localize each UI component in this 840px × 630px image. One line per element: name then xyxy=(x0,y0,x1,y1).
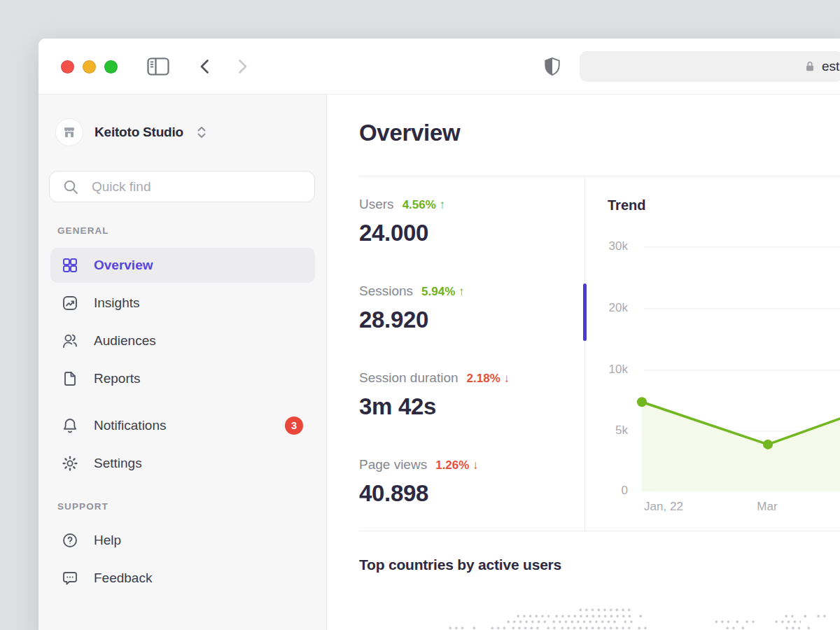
world-dot-map xyxy=(420,605,840,630)
search-input[interactable] xyxy=(92,172,307,202)
sidebar-item-notifications[interactable]: Notifications 3 xyxy=(50,408,315,443)
stat-page-views: Page views 1.26% ↓ 40.898 xyxy=(359,457,479,507)
workspace-name: Keitoto Studio xyxy=(94,125,183,140)
quick-find-search xyxy=(49,171,315,202)
arrow-down-icon: ↓ xyxy=(472,458,479,472)
section-label-support: SUPPORT xyxy=(57,501,108,512)
section-label-general: GENERAL xyxy=(57,225,109,236)
gear-icon xyxy=(62,455,78,472)
countries-section-title: Top countries by active users xyxy=(359,556,561,573)
page-title: Overview xyxy=(359,120,460,146)
help-circle-icon xyxy=(62,532,78,549)
stat-label: Sessions xyxy=(359,284,413,299)
sidebar-item-label: Notifications xyxy=(94,418,167,433)
stat-delta: 5.94% xyxy=(421,285,455,298)
browser-window: est Keitoto Studio xyxy=(38,38,840,630)
sidebar: Keitoto Studio GENERAL xyxy=(38,94,327,630)
stat-label: Session duration xyxy=(359,370,458,386)
arrow-up-icon: ↑ xyxy=(458,285,465,298)
address-bar[interactable]: est xyxy=(580,51,840,82)
insights-chart-icon xyxy=(62,295,78,312)
stat-label: Page views xyxy=(359,457,427,472)
x-axis-tick: Mar xyxy=(736,500,799,514)
sidebar-item-label: Help xyxy=(94,533,121,548)
stat-value: 40.898 xyxy=(359,480,479,507)
close-window-button[interactable] xyxy=(61,60,74,74)
zoom-window-button[interactable] xyxy=(104,60,118,74)
sidebar-item-audiences[interactable]: Audiences xyxy=(50,323,315,358)
sidebar-item-settings[interactable]: Settings xyxy=(50,446,315,481)
sidebar-item-help[interactable]: Help xyxy=(50,523,315,558)
stat-sessions: Sessions 5.94% ↑ 28.920 xyxy=(359,284,465,333)
sidebar-item-label: Settings xyxy=(94,456,142,471)
arrow-up-icon: ↑ xyxy=(440,198,446,211)
stat-delta: 1.26% xyxy=(435,458,469,472)
stat-delta: 4.56% xyxy=(402,198,436,211)
address-bar-content: est xyxy=(804,51,839,82)
search-icon xyxy=(62,178,79,195)
scrollbar-thumb[interactable] xyxy=(583,284,587,341)
stat-value: 28.920 xyxy=(359,307,465,333)
workspace-avatar xyxy=(55,118,83,146)
minimize-window-button[interactable] xyxy=(83,60,96,74)
browser-toolbar: est xyxy=(38,38,840,94)
y-axis-tick: 20k xyxy=(584,301,628,315)
sidebar-item-overview[interactable]: Overview xyxy=(50,248,315,283)
divider xyxy=(359,531,840,531)
x-axis-tick: Jan, 22 xyxy=(632,500,695,514)
y-axis-tick: 30k xyxy=(584,239,628,253)
sidebar-item-label: Insights xyxy=(94,295,139,311)
trend-chart-panel: Trend 30k 20k 10k 5k 0 Jan, 22 Mar xyxy=(584,176,840,531)
url-text: est xyxy=(822,59,839,74)
y-axis-tick: 10k xyxy=(584,363,628,377)
sidebar-item-insights[interactable]: Insights xyxy=(50,286,315,321)
sidebar-item-label: Reports xyxy=(94,371,141,386)
grid-icon xyxy=(62,257,78,274)
notifications-badge: 3 xyxy=(285,416,303,435)
stat-label: Users xyxy=(359,197,394,212)
sidebar-item-label: Audiences xyxy=(94,333,156,349)
workspace-switcher[interactable]: Keitoto Studio xyxy=(55,118,209,146)
stat-session-duration: Session duration 2.18% ↓ 3m 42s xyxy=(359,370,510,420)
back-icon[interactable] xyxy=(197,58,214,75)
sidebar-item-reports[interactable]: Reports xyxy=(50,361,315,396)
main-content: Overview Users 4.56% ↑ 24.000 Sessions 5… xyxy=(327,94,840,630)
stat-delta: 2.18% xyxy=(467,372,500,385)
document-icon xyxy=(62,370,78,387)
chat-bubble-icon xyxy=(62,570,78,587)
privacy-shield-icon[interactable] xyxy=(543,57,561,77)
bell-icon xyxy=(62,417,78,434)
y-axis-tick: 0 xyxy=(584,484,628,498)
workspace-selector-icon xyxy=(195,124,209,141)
sidebar-toggle-icon[interactable] xyxy=(147,57,169,76)
sidebar-item-label: Feedback xyxy=(94,570,152,586)
y-axis-tick: 5k xyxy=(584,424,628,438)
users-icon xyxy=(62,332,78,349)
forward-icon[interactable] xyxy=(234,58,251,75)
arrow-down-icon: ↓ xyxy=(503,372,510,385)
stat-users: Users 4.56% ↑ 24.000 xyxy=(359,197,445,246)
stat-value: 24.000 xyxy=(359,220,445,246)
sidebar-item-feedback[interactable]: Feedback xyxy=(50,561,315,596)
stat-value: 3m 42s xyxy=(359,393,510,420)
sidebar-item-label: Overview xyxy=(94,258,153,273)
storefront-icon xyxy=(62,125,77,140)
trend-line-chart xyxy=(584,176,840,531)
lock-icon xyxy=(804,59,816,74)
